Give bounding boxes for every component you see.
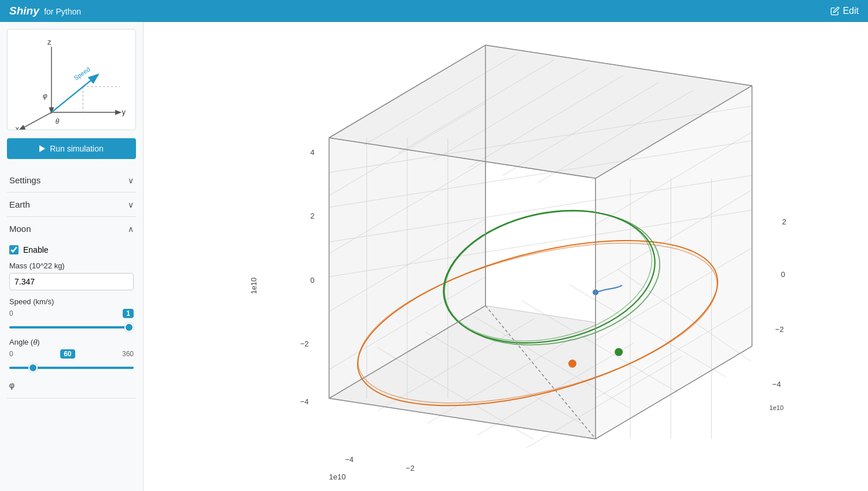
play-icon bbox=[39, 145, 45, 152]
svg-text:θ: θ bbox=[56, 117, 60, 125]
svg-text:z: z bbox=[47, 38, 51, 46]
svg-text:0: 0 bbox=[781, 270, 785, 279]
svg-text:1e10: 1e10 bbox=[249, 278, 258, 294]
earth-accordion: Earth ∨ bbox=[7, 193, 136, 217]
svg-text:1e10: 1e10 bbox=[770, 404, 784, 411]
svg-point-59 bbox=[615, 348, 623, 356]
brand-logo: Shiny bbox=[9, 5, 39, 17]
svg-text:φ: φ bbox=[43, 92, 47, 100]
angle-slider-container: Angle (θ) 0 60 360 bbox=[9, 338, 134, 371]
settings-chevron: ∨ bbox=[128, 176, 134, 185]
edit-icon bbox=[830, 6, 840, 16]
phi-label: φ bbox=[9, 378, 134, 390]
svg-text:−2: −2 bbox=[775, 325, 784, 334]
angle-max-label: 360 bbox=[122, 350, 134, 358]
speed-label: Speed (km/s) bbox=[9, 297, 134, 306]
angle-min-label: 0 bbox=[9, 350, 13, 358]
svg-text:−2: −2 bbox=[406, 464, 414, 472]
svg-text:1e10: 1e10 bbox=[329, 472, 346, 481]
run-simulation-button[interactable]: Run simulation bbox=[7, 138, 136, 159]
edit-label: Edit bbox=[843, 6, 859, 16]
angle-slider-labels: 0 60 360 bbox=[9, 349, 134, 359]
svg-point-55 bbox=[568, 360, 576, 368]
earth-accordion-header[interactable]: Earth ∨ bbox=[7, 193, 136, 216]
angle-slider[interactable] bbox=[9, 367, 134, 369]
angle-label: Angle (θ) bbox=[9, 338, 134, 346]
mass-label: Mass (10^22 kg) bbox=[9, 261, 134, 270]
settings-accordion-header[interactable]: Settings ∨ bbox=[7, 168, 136, 192]
sidebar: Speed φ θ z y x bbox=[0, 22, 144, 491]
coordinate-diagram: Speed φ θ z y x bbox=[8, 29, 135, 130]
svg-text:2: 2 bbox=[310, 212, 314, 220]
moon-accordion: Moon ∧ Enable Mass (10^22 kg) Speed (km/… bbox=[7, 217, 136, 398]
chart-area: 1e10 4 2 0 −2 −4 −4 −2 1e10 −4 1e10 −2 0… bbox=[144, 22, 868, 491]
enable-label[interactable]: Enable bbox=[23, 245, 49, 254]
speed-slider[interactable] bbox=[9, 326, 134, 328]
run-simulation-label: Run simulation bbox=[50, 144, 104, 153]
speed-slider-container: Speed (km/s) 0 1 bbox=[9, 297, 134, 331]
svg-text:x: x bbox=[16, 124, 20, 130]
angle-badge: 60 bbox=[60, 349, 75, 359]
svg-text:2: 2 bbox=[782, 217, 786, 226]
svg-text:y: y bbox=[122, 108, 126, 116]
speed-slider-labels: 0 1 bbox=[9, 309, 134, 318]
settings-label: Settings bbox=[9, 175, 41, 185]
svg-text:−4: −4 bbox=[300, 397, 309, 406]
brand-area: Shiny for Python bbox=[9, 5, 81, 17]
settings-accordion: Settings ∨ bbox=[7, 168, 136, 193]
svg-text:0: 0 bbox=[310, 276, 314, 285]
enable-checkbox[interactable] bbox=[9, 245, 19, 254]
app-header: Shiny for Python Edit bbox=[0, 0, 868, 22]
edit-button[interactable]: Edit bbox=[830, 6, 859, 16]
speed-badge: 1 bbox=[123, 309, 134, 318]
orbit-chart: 1e10 4 2 0 −2 −4 −4 −2 1e10 −4 1e10 −2 0… bbox=[144, 22, 868, 491]
moon-label: Moon bbox=[9, 224, 31, 234]
svg-text:−4: −4 bbox=[773, 380, 781, 389]
diagram-box: Speed φ θ z y x bbox=[7, 29, 136, 130]
speed-min-label: 0 bbox=[9, 309, 13, 318]
moon-accordion-header[interactable]: Moon ∧ bbox=[7, 217, 136, 241]
earth-chevron: ∨ bbox=[128, 200, 134, 209]
svg-text:−4: −4 bbox=[345, 455, 354, 464]
moon-chevron: ∧ bbox=[128, 224, 134, 234]
enable-row: Enable bbox=[9, 245, 134, 254]
main-layout: Speed φ θ z y x bbox=[0, 22, 868, 491]
svg-rect-0 bbox=[9, 29, 134, 130]
moon-accordion-content: Enable Mass (10^22 kg) Speed (km/s) 0 1 bbox=[7, 241, 136, 398]
svg-text:−2: −2 bbox=[300, 339, 309, 348]
svg-text:4: 4 bbox=[310, 148, 314, 157]
brand-subtitle: for Python bbox=[44, 7, 81, 16]
mass-input[interactable] bbox=[9, 273, 134, 290]
earth-label: Earth bbox=[9, 200, 30, 209]
